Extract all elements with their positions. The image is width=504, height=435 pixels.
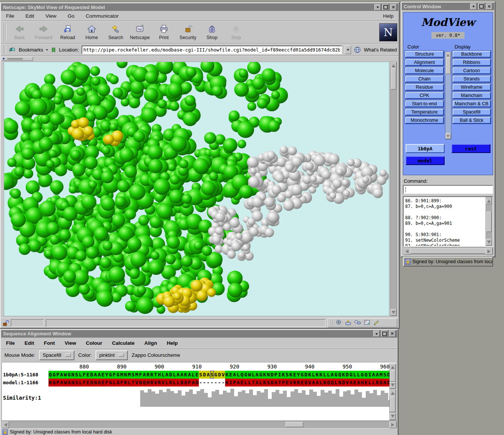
residue-cell[interactable]: K bbox=[342, 371, 345, 379]
residue-cell[interactable]: G bbox=[109, 371, 112, 379]
residue-cell[interactable]: F bbox=[188, 379, 191, 386]
residue-cell[interactable]: L bbox=[79, 379, 82, 386]
residue-cell[interactable]: V bbox=[308, 379, 312, 386]
scroll-down-button[interactable] bbox=[390, 413, 396, 420]
home-button[interactable]: Home bbox=[80, 23, 103, 42]
scrollbar-thumb[interactable] bbox=[410, 248, 486, 254]
display-ball-stick-button[interactable]: Ball & Stick bbox=[453, 117, 491, 124]
residue-cell[interactable]: T bbox=[131, 379, 135, 386]
color-chain-button[interactable]: Chain bbox=[405, 76, 444, 82]
residue-cell[interactable]: A bbox=[330, 371, 334, 379]
residue-cell[interactable]: E bbox=[240, 379, 244, 386]
residue-cell[interactable]: A bbox=[191, 379, 195, 386]
residue-cell[interactable]: N bbox=[94, 379, 97, 386]
color-temperature-button[interactable]: Temperature bbox=[405, 109, 444, 115]
component-bar-grip[interactable] bbox=[330, 320, 333, 326]
netscape-title-bar[interactable]: Netscape: SkyMol View of Requested Model… bbox=[1, 3, 398, 11]
shop-button[interactable]: @Shop bbox=[200, 23, 224, 42]
residue-cell[interactable]: L bbox=[173, 379, 176, 386]
residue-cell[interactable]: K bbox=[263, 379, 266, 386]
residue-cell[interactable]: K bbox=[319, 371, 323, 379]
residue-cell[interactable]: A bbox=[165, 371, 169, 379]
back-button[interactable]: Back bbox=[8, 23, 31, 42]
scroll-right-button[interactable] bbox=[389, 421, 397, 429]
color-alignment-button[interactable]: Alignment bbox=[405, 59, 444, 66]
scroll-down-button[interactable] bbox=[486, 239, 492, 246]
residue-cell[interactable]: S bbox=[131, 371, 135, 379]
residue-cell[interactable]: L bbox=[165, 379, 169, 386]
url-dropdown-button[interactable] bbox=[345, 45, 351, 54]
menu-font[interactable]: Font bbox=[44, 340, 55, 346]
residue-cell[interactable]: A bbox=[180, 371, 184, 379]
residue-cell[interactable]: A bbox=[60, 371, 64, 379]
residue-cell[interactable]: A bbox=[375, 371, 379, 379]
residue-cell[interactable]: R bbox=[48, 379, 52, 386]
residue-cell[interactable]: S bbox=[383, 371, 387, 379]
residue-cell[interactable]: G bbox=[259, 371, 263, 379]
toolbar-grip[interactable] bbox=[3, 23, 6, 41]
residue-cell[interactable]: R bbox=[169, 379, 173, 386]
residue-cell[interactable]: S bbox=[75, 379, 79, 386]
residue-cell[interactable]: D bbox=[90, 379, 94, 386]
menu-align[interactable]: Align bbox=[144, 340, 157, 346]
residue-cell[interactable]: D bbox=[270, 371, 274, 379]
residue-cell[interactable]: D bbox=[218, 371, 221, 379]
residue-cell[interactable]: F bbox=[112, 371, 116, 379]
display-mainchain-cb-button[interactable]: Mainchain & CB bbox=[453, 100, 491, 107]
residue-cell[interactable]: Y bbox=[105, 371, 109, 379]
scroll-down-button[interactable] bbox=[390, 309, 397, 316]
residue-cell[interactable]: R bbox=[124, 379, 127, 386]
residue-cell[interactable]: G bbox=[67, 371, 71, 379]
residue-cell[interactable]: D bbox=[379, 379, 383, 386]
residue-cell[interactable]: - bbox=[221, 379, 225, 386]
residue-cell[interactable]: R bbox=[157, 379, 161, 386]
residue-cell[interactable]: D bbox=[139, 379, 142, 386]
residue-cell[interactable]: V bbox=[289, 379, 293, 386]
residue-cell[interactable]: A bbox=[188, 371, 191, 379]
navigator-wheel-icon[interactable] bbox=[336, 320, 342, 327]
residue-cell[interactable]: L bbox=[357, 371, 360, 379]
residue-cell[interactable]: A bbox=[97, 379, 101, 386]
residue-cell[interactable]: R bbox=[150, 379, 154, 386]
residue-cell[interactable]: M bbox=[120, 371, 124, 379]
search-button[interactable]: Search bbox=[104, 23, 127, 42]
residue-cell[interactable]: A bbox=[233, 371, 236, 379]
residue-cell[interactable]: L bbox=[161, 371, 165, 379]
color-residue-button[interactable]: Residue bbox=[405, 84, 444, 91]
residue-cell[interactable]: L bbox=[112, 379, 116, 386]
residue-cell[interactable]: L bbox=[248, 379, 251, 386]
residue-cell[interactable]: L bbox=[368, 379, 372, 386]
scroll-left-button[interactable] bbox=[2, 421, 9, 429]
residue-cell[interactable]: E bbox=[300, 379, 304, 386]
residue-cell[interactable]: L bbox=[79, 371, 82, 379]
menu-go[interactable]: Go bbox=[68, 13, 74, 19]
residue-cell[interactable]: A bbox=[97, 371, 101, 379]
residue-cell[interactable]: P bbox=[274, 371, 278, 379]
residue-cell[interactable]: R bbox=[146, 371, 150, 379]
residue-cell[interactable]: W bbox=[64, 371, 67, 379]
residue-cell[interactable]: Q bbox=[184, 379, 188, 386]
residue-cell[interactable]: G bbox=[109, 379, 112, 386]
residue-cell[interactable]: A bbox=[312, 379, 315, 386]
residue-cell[interactable]: L bbox=[259, 379, 263, 386]
residue-cell[interactable]: A bbox=[176, 371, 180, 379]
residue-cell[interactable]: F bbox=[105, 379, 109, 386]
print-button[interactable]: Print bbox=[152, 23, 176, 42]
color-monochrome-button[interactable]: Monochrome bbox=[405, 117, 444, 124]
minimize-button[interactable] bbox=[374, 4, 381, 11]
residue-cell[interactable]: V bbox=[135, 379, 139, 386]
residue-cell[interactable]: K bbox=[315, 371, 319, 379]
residue-cell[interactable]: A bbox=[255, 371, 259, 379]
residue-cell[interactable]: Q bbox=[327, 379, 330, 386]
residue-cell[interactable]: N bbox=[266, 371, 270, 379]
residue-cell[interactable]: - bbox=[203, 379, 206, 386]
close-button[interactable]: ✕ bbox=[389, 330, 395, 337]
residue-cell[interactable]: Q bbox=[304, 379, 308, 386]
residue-cell[interactable]: Q bbox=[142, 379, 146, 386]
residue-cell[interactable]: L bbox=[173, 371, 176, 379]
scrollbar-thumb[interactable] bbox=[390, 370, 395, 382]
chain-1b0pA-button[interactable]: 1b0pA bbox=[406, 144, 445, 153]
color-cpk-button[interactable]: CPK bbox=[405, 92, 444, 99]
residue-cell[interactable]: Q bbox=[330, 379, 334, 386]
residue-cell[interactable]: D bbox=[195, 379, 199, 386]
